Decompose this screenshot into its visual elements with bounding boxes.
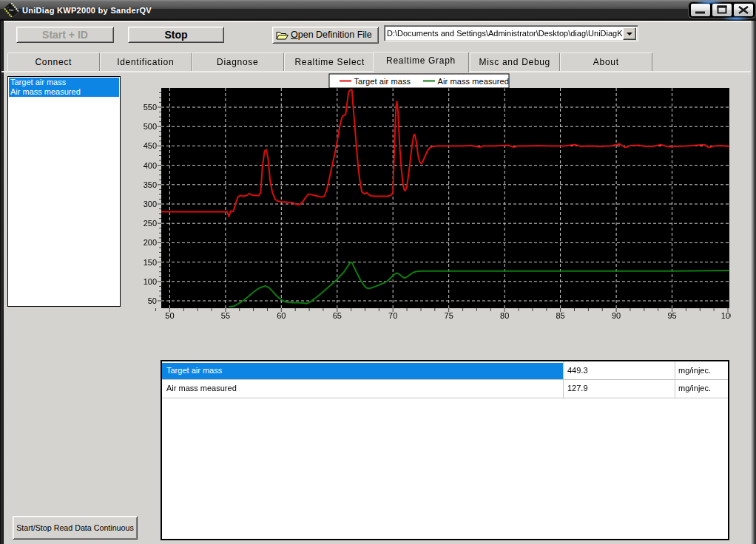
svg-text:Target air mass: Target air mass — [354, 77, 411, 86]
svg-text:90: 90 — [612, 311, 621, 320]
svg-text:85: 85 — [556, 311, 564, 320]
svg-text:50: 50 — [165, 311, 174, 320]
svg-text:50: 50 — [148, 296, 157, 305]
svg-text:95: 95 — [667, 311, 676, 320]
svg-text:70: 70 — [388, 311, 397, 320]
svg-text:550: 550 — [144, 103, 157, 112]
svg-text:500: 500 — [144, 122, 157, 131]
svg-text:300: 300 — [144, 200, 157, 208]
svg-text:65: 65 — [333, 311, 342, 320]
svg-text:55: 55 — [221, 311, 230, 320]
svg-text:150: 150 — [144, 258, 157, 267]
svg-text:100: 100 — [144, 277, 157, 286]
svg-text:400: 400 — [144, 161, 157, 170]
svg-text:100: 100 — [721, 311, 735, 320]
svg-text:200: 200 — [144, 238, 157, 247]
svg-text:450: 450 — [144, 141, 157, 150]
svg-text:80: 80 — [500, 311, 509, 320]
svg-text:350: 350 — [144, 180, 157, 189]
svg-text:Air mass measured: Air mass measured — [438, 77, 509, 86]
svg-text:75: 75 — [445, 311, 453, 320]
svg-text:250: 250 — [144, 219, 157, 228]
svg-text:60: 60 — [277, 311, 286, 320]
